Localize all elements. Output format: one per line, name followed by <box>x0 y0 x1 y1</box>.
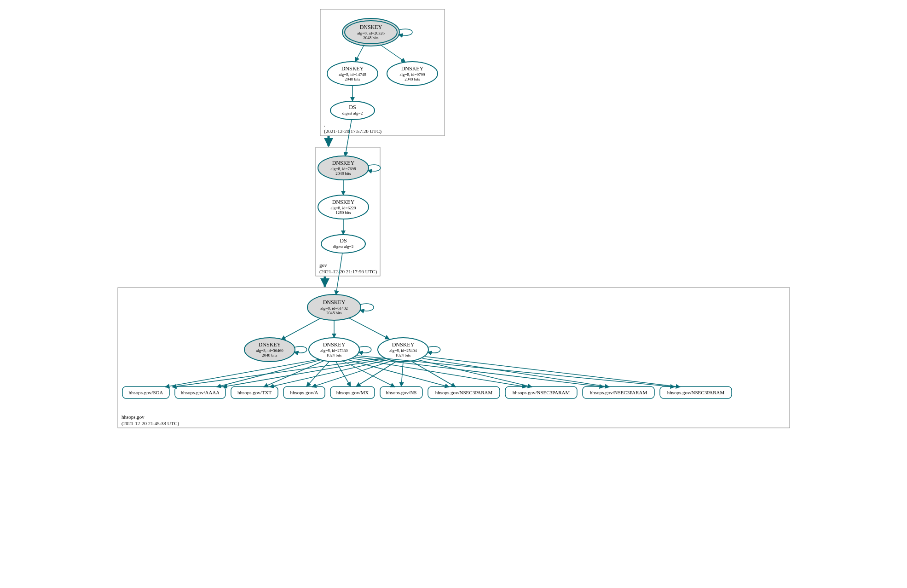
node-root-zsk1: DNSKEY alg=8, id=14748 2048 bits <box>327 62 378 86</box>
svg-text:1024 bits: 1024 bits <box>326 353 342 357</box>
edge-leafksk-zska <box>281 318 320 340</box>
svg-text:DNSKEY: DNSKEY <box>258 341 281 348</box>
node-root-ksk: DNSKEY alg=8, id=20326 2048 bits <box>342 18 399 46</box>
edge-rootksk-zsk1 <box>355 45 364 62</box>
svg-text:hhsops.gov/SOA: hhsops.gov/SOA <box>128 390 163 395</box>
zone-root-name: . <box>324 122 325 127</box>
svg-text:hhsops.gov/MX: hhsops.gov/MX <box>336 390 369 395</box>
svg-text:hhsops.gov/TXT: hhsops.gov/TXT <box>237 390 272 395</box>
svg-text:2048 bits: 2048 bits <box>262 353 277 357</box>
svg-text:1280 bits: 1280 bits <box>335 210 351 215</box>
node-gov-ds: DS digest alg=2 <box>321 235 365 253</box>
zone-gov-ts: (2021-12-20 21:17:56 UTC) <box>319 269 377 275</box>
svg-text:DNSKEY: DNSKEY <box>323 341 345 348</box>
node-leaf-zsk-c: DNSKEY alg=8, id=25404 1024 bits <box>378 338 428 362</box>
node-root-zsk2: DNSKEY alg=8, id=9799 2048 bits <box>387 62 438 86</box>
svg-text:alg=8, id=6229: alg=8, id=6229 <box>330 206 356 210</box>
svg-text:DS: DS <box>349 104 356 110</box>
zone-root-ts: (2021-12-20 17:57:20 UTC) <box>324 128 382 134</box>
svg-text:alg=8, id=14748: alg=8, id=14748 <box>339 72 366 77</box>
svg-text:DNSKEY: DNSKEY <box>323 299 345 306</box>
node-leaf-ksk: DNSKEY alg=8, id=61402 2048 bits <box>307 294 361 320</box>
svg-text:alg=8, id=27330: alg=8, id=27330 <box>320 348 348 353</box>
svg-text:alg=8, id=25404: alg=8, id=25404 <box>389 348 417 353</box>
svg-text:DNSKEY: DNSKEY <box>332 199 354 205</box>
svg-text:2048 bits: 2048 bits <box>335 171 351 176</box>
svg-text:alg=8, id=20326: alg=8, id=20326 <box>357 31 385 35</box>
svg-text:hhsops.gov/NSEC3PARAM: hhsops.gov/NSEC3PARAM <box>435 390 492 395</box>
zone-leaf-box <box>118 288 790 428</box>
zone-leaf-ts: (2021-12-20 21:45:38 UTC) <box>121 421 179 427</box>
svg-text:hhsops.gov/NSEC3PARAM: hhsops.gov/NSEC3PARAM <box>667 390 724 395</box>
svg-text:alg=8, id=7698: alg=8, id=7698 <box>330 167 356 171</box>
edge-rootds-govksk <box>345 120 352 156</box>
node-root-ds: DS digest alg=2 <box>330 101 375 120</box>
dnssec-graph: . (2021-12-20 17:57:20 UTC) DNSKEY alg=8… <box>113 0 794 446</box>
svg-text:2048 bits: 2048 bits <box>404 77 420 81</box>
svg-text:hhsops.gov/NS: hhsops.gov/NS <box>386 390 416 395</box>
svg-text:alg=8, id=36460: alg=8, id=36460 <box>256 348 283 353</box>
svg-text:2048 bits: 2048 bits <box>363 35 379 40</box>
svg-text:hhsops.gov/NSEC3PARAM: hhsops.gov/NSEC3PARAM <box>512 390 570 395</box>
edge-rootksk-zsk2 <box>380 45 405 62</box>
svg-text:DS: DS <box>340 237 347 244</box>
node-gov-zsk: DNSKEY alg=8, id=6229 1280 bits <box>318 195 369 219</box>
svg-text:2048 bits: 2048 bits <box>326 311 342 315</box>
svg-text:digest alg=2: digest alg=2 <box>333 244 353 249</box>
edge-leafksk-self <box>360 304 374 311</box>
svg-text:digest alg=2: digest alg=2 <box>342 111 362 115</box>
svg-text:DNSKEY: DNSKEY <box>392 341 414 348</box>
svg-text:hhsops.gov/AAAA: hhsops.gov/AAAA <box>180 390 220 395</box>
svg-text:hhsops.gov/A: hhsops.gov/A <box>290 390 318 395</box>
zone-leaf-name: hhsops.gov <box>121 414 144 420</box>
svg-text:2048 bits: 2048 bits <box>345 77 360 81</box>
edge-leafzska-self <box>294 346 307 353</box>
svg-text:DNSKEY: DNSKEY <box>401 65 423 72</box>
svg-text:DNSKEY: DNSKEY <box>341 65 364 72</box>
svg-text:hhsops.gov/NSEC3PARAM: hhsops.gov/NSEC3PARAM <box>589 390 647 395</box>
edge-govksk-self <box>368 165 381 171</box>
svg-text:DNSKEY: DNSKEY <box>332 160 354 166</box>
edge-leafksk-zskc <box>349 318 389 339</box>
svg-text:1024 bits: 1024 bits <box>395 353 411 357</box>
edge-leafzskc-self <box>428 346 440 353</box>
edge-root-ksk-self <box>399 29 412 35</box>
zone-gov-name: gov <box>319 262 327 268</box>
node-leaf-zsk-b: DNSKEY alg=8, id=27330 1024 bits <box>309 338 359 362</box>
edge-leafzskb-self <box>358 346 371 353</box>
svg-text:alg=8, id=61402: alg=8, id=61402 <box>320 306 348 311</box>
svg-text:alg=8, id=9799: alg=8, id=9799 <box>399 72 425 77</box>
node-gov-ksk: DNSKEY alg=8, id=7698 2048 bits <box>318 156 369 180</box>
node-leaf-zsk-a: DNSKEY alg=8, id=36460 2048 bits <box>244 338 295 362</box>
svg-text:DNSKEY: DNSKEY <box>359 24 382 30</box>
rr-group: hhsops.gov/SOA hhsops.gov/AAAA hhsops.go… <box>122 386 732 398</box>
